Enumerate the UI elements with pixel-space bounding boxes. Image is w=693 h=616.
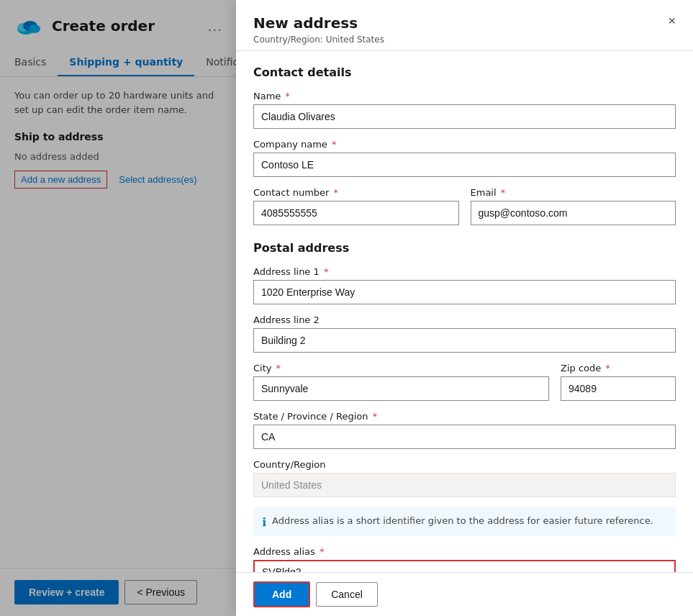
address1-required: * bbox=[321, 266, 329, 277]
close-button[interactable]: × bbox=[668, 14, 676, 27]
email-input[interactable] bbox=[471, 201, 676, 225]
contact-group: Contact number * bbox=[253, 187, 459, 225]
city-group: City * bbox=[253, 363, 549, 401]
address2-label: Address line 2 bbox=[253, 314, 676, 325]
new-address-dialog: New address Country/Region: United State… bbox=[236, 0, 693, 616]
name-group: Name * bbox=[253, 91, 676, 129]
zip-input[interactable] bbox=[561, 376, 676, 401]
name-label: Name * bbox=[253, 91, 676, 101]
address2-input[interactable] bbox=[253, 328, 676, 353]
contact-label: Contact number * bbox=[253, 187, 459, 198]
email-group: Email * bbox=[471, 187, 676, 225]
dialog-header: New address Country/Region: United State… bbox=[236, 0, 693, 51]
city-required: * bbox=[273, 363, 281, 373]
city-input[interactable] bbox=[253, 376, 549, 401]
company-input[interactable] bbox=[253, 153, 676, 177]
dialog-subtitle: Country/Region: United States bbox=[253, 35, 384, 45]
dialog-content: Contact details Name * Company name * Co… bbox=[236, 51, 693, 572]
country-input bbox=[253, 473, 676, 497]
country-label: Country/Region bbox=[253, 459, 676, 470]
zip-group: Zip code * bbox=[561, 363, 676, 401]
email-label: Email * bbox=[471, 187, 676, 198]
address2-group: Address line 2 bbox=[253, 314, 676, 353]
contact-email-row: Contact number * Email * bbox=[253, 187, 676, 235]
contact-section-title: Contact details bbox=[253, 65, 676, 79]
dialog-footer: Add Cancel bbox=[236, 572, 693, 616]
address1-label: Address line 1 * bbox=[253, 266, 676, 277]
name-required: * bbox=[282, 91, 290, 101]
country-group: Country/Region bbox=[253, 459, 676, 497]
zip-label: Zip code * bbox=[561, 363, 676, 373]
contact-required: * bbox=[330, 187, 338, 198]
address1-group: Address line 1 * bbox=[253, 266, 676, 304]
company-group: Company name * bbox=[253, 139, 676, 177]
alias-input[interactable] bbox=[253, 560, 676, 572]
alias-group: Address alias * bbox=[253, 546, 676, 572]
info-box: ℹ Address alias is a short identifier gi… bbox=[253, 507, 676, 536]
add-button[interactable]: Add bbox=[253, 581, 310, 607]
state-group: State / Province / Region * bbox=[253, 411, 676, 449]
address1-input[interactable] bbox=[253, 280, 676, 304]
company-required: * bbox=[329, 139, 337, 150]
cancel-button[interactable]: Cancel bbox=[316, 582, 378, 607]
info-icon: ℹ bbox=[262, 515, 266, 529]
city-zip-row: City * Zip code * bbox=[253, 363, 676, 411]
city-label: City * bbox=[253, 363, 549, 373]
dialog-title: New address bbox=[253, 14, 384, 32]
postal-section-title: Postal address bbox=[253, 241, 676, 255]
dialog-title-block: New address Country/Region: United State… bbox=[253, 14, 384, 45]
state-input[interactable] bbox=[253, 425, 676, 449]
alias-required: * bbox=[317, 546, 325, 557]
email-required: * bbox=[498, 187, 506, 198]
state-required: * bbox=[370, 411, 378, 422]
alias-label: Address alias * bbox=[253, 546, 676, 557]
zip-required: * bbox=[602, 363, 610, 373]
state-label: State / Province / Region * bbox=[253, 411, 676, 422]
info-text: Address alias is a short identifier give… bbox=[272, 515, 653, 527]
company-label: Company name * bbox=[253, 139, 676, 150]
name-input[interactable] bbox=[253, 104, 676, 129]
contact-input[interactable] bbox=[253, 201, 459, 225]
